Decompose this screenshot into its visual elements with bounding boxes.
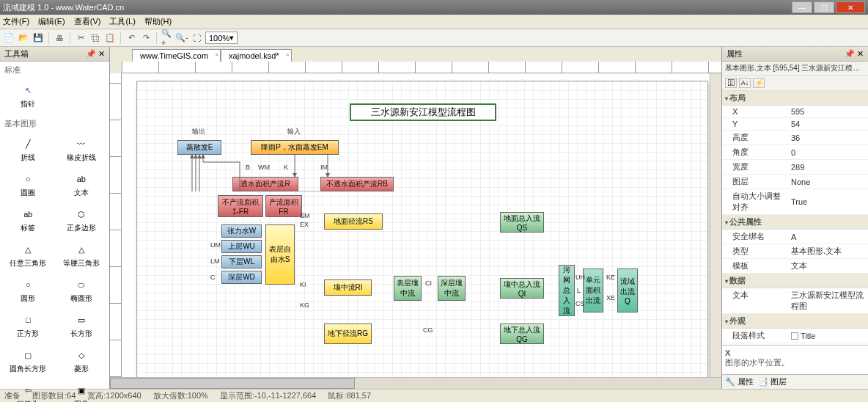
diagram-title[interactable]: 三水源新安江模型流程图 [350,103,496,121]
node-deep[interactable]: 深层WD [221,271,262,284]
tab-properties[interactable]: 🔧 属性 [725,376,754,387]
tool-item[interactable]: □正方形 [3,310,54,342]
properties-tabs: 🔧 属性 📑 图层 [722,374,868,389]
redo-icon[interactable]: ↷ [140,32,152,44]
zoom-combo[interactable]: 100% ▾ [205,32,238,44]
copy-icon[interactable]: ⿻ [89,32,101,44]
menu-help[interactable]: 帮助(H) [144,16,172,27]
label-output: 输出 [192,127,205,136]
node-imperv[interactable]: 不透水面积产流RB [320,177,394,191]
zoomin-icon[interactable]: 🔍+ [161,32,173,44]
properties-body: 布局 X595 Y54 高度36 角度0 宽度289 图层None 自动大小调整… [722,91,868,345]
prop-row[interactable]: 文本三水源新安江模型流程图 [722,288,868,314]
canvas[interactable]: 三水源新安江模型流程图 输出 输入 蒸散发E 降雨P，水面蒸发EM 透水面积产流… [122,73,710,377]
prop-row[interactable]: 角度0 [722,145,868,160]
node-dint[interactable]: 深层壤中流 [438,276,466,301]
prop-row[interactable]: 类型基本图形.文本 [722,244,868,259]
prop-row[interactable]: 模板文本 [722,259,868,274]
tool-item[interactable]: △等腰三角形 [56,239,107,271]
tab-timegis[interactable]: www.TimeGIS.com× [132,49,221,62]
tool-item[interactable]: △任意三角形 [3,239,54,271]
prop-row[interactable]: 图层None [722,175,868,189]
tool-pointer[interactable]: ↖指针 [3,80,54,112]
scrollbar-vertical[interactable] [710,73,721,377]
save-icon[interactable]: 💾 [32,32,44,44]
status-shapes: 图形数目:64 [32,390,76,401]
status-range: 显示范围:-10,-11-1227,664 [220,390,316,401]
prop-cat-appearance[interactable]: 外观 [722,314,868,329]
tool-item[interactable]: 〰橡皮折线 [56,134,107,166]
node-freewater[interactable]: 表层自由水S [265,224,295,285]
node-interri[interactable]: 壤中流RI [324,279,372,296]
fit-icon[interactable]: ⛶ [191,32,202,44]
close-button[interactable]: ✕ [836,1,865,13]
node-tension[interactable]: 张力水W [221,224,262,238]
close-icon[interactable]: × [286,51,290,58]
node-noflow[interactable]: 不产流面积1-FR [218,195,263,217]
node-undergrg[interactable]: 地下径流RG [324,324,372,344]
tool-item[interactable]: ○圆圈 [3,169,54,201]
prop-row[interactable]: 宽度289 [722,160,868,175]
menu-file[interactable]: 文件(F) [3,16,29,27]
toolbox-section-basic: 基本图形 [0,115,109,131]
pin-icon[interactable]: 📌 ✕ [845,49,864,59]
cut-icon[interactable]: ✂ [75,32,87,44]
prop-row[interactable]: 高度36 [722,131,868,145]
scrollbar-horizontal[interactable] [110,377,721,389]
menu-edit[interactable]: 编辑(E) [38,16,65,27]
node-upper[interactable]: 上层WU [221,240,262,253]
new-icon[interactable]: 📄 [3,32,15,44]
node-qi[interactable]: 壤中总入流QI [500,278,544,299]
prop-row[interactable]: X595 [722,106,868,118]
node-lower[interactable]: 下层WL [221,255,262,268]
open-icon[interactable]: 📂 [18,32,29,44]
node-surfrs[interactable]: 地面径流RS [324,213,383,230]
maximize-button[interactable]: ☐ [814,1,834,13]
node-evap[interactable]: 蒸散发E [177,140,221,155]
tool-item[interactable]: ╱折线 [3,134,54,166]
menu-view[interactable]: 查看(V) [74,16,101,27]
diagram-page[interactable]: 三水源新安江模型流程图 输出 输入 蒸散发E 降雨P，水面蒸发EM 透水面积产流… [136,81,708,377]
properties-subtitle: 基本图形.文本 [595,54] 三水源新安江模… [722,62,868,76]
node-perv[interactable]: 透水面积产流R [232,177,298,191]
paste-icon[interactable]: 📋 [104,32,116,44]
prop-row[interactable]: 安全绑名A [722,230,868,244]
tool-item[interactable]: ▭长方形 [56,310,107,342]
toolbox-panel: 工具箱📌 ✕ 标准 ↖指针 基本图形 ╱折线〰橡皮折线○圆圈ab文本ab标签⬡正… [0,47,110,389]
prop-row[interactable]: 段落样式Title [722,329,868,343]
tab-layers[interactable]: 📑 图层 [758,376,787,387]
print-icon[interactable]: 🖶 [54,32,65,44]
sort-icon[interactable]: ⿲ [725,78,737,88]
node-qs[interactable]: 地面总入流QS [500,212,544,233]
tool-item[interactable]: ⬭椭圆形 [56,274,107,307]
node-unit[interactable]: 单元面积出流 [583,268,603,313]
prop-row[interactable]: 自动大小调整对齐True [722,189,868,215]
tool-item[interactable]: ab文本 [56,169,107,201]
node-qg[interactable]: 地下总入流QG [500,324,544,344]
prop-row[interactable]: Y54 [722,118,868,131]
pin-icon[interactable]: 📌 ✕ [86,49,105,59]
window-title: 流域建模 1.0 - www.WaterCAD.cn [3,2,792,13]
close-icon[interactable]: × [215,51,218,58]
tab-xajmodel[interactable]: xajmodel.ksd*× [221,49,291,62]
node-rain[interactable]: 降雨P，水面蒸发EM [251,140,339,155]
node-sint[interactable]: 表层壤中流 [394,276,422,301]
prop-cat-data[interactable]: 数据 [722,274,868,288]
undo-icon[interactable]: ↶ [125,32,137,44]
minimize-button[interactable]: — [792,1,812,13]
tool-item[interactable]: ○圆形 [3,274,54,307]
tool-item[interactable]: ⬡正多边形 [56,204,107,236]
node-flow[interactable]: 产流面积FR [265,195,302,217]
zoomout-icon[interactable]: 🔍- [176,32,188,44]
prop-cat-layout[interactable]: 布局 [722,91,868,106]
tool-item[interactable]: ◇菱形 [56,345,107,377]
node-out[interactable]: 流域出流Q [617,268,638,313]
tool-item[interactable]: ▢圆角长方形 [3,345,54,377]
az-icon[interactable]: A↓ [739,78,751,88]
tool-item[interactable]: ab标签 [3,204,54,236]
filter-icon[interactable]: ⚡ [753,78,765,88]
menu-tools[interactable]: 工具(L) [109,16,135,27]
node-river[interactable]: 河网总入流 [559,265,575,316]
prop-cat-common[interactable]: 公共属性 [722,215,868,230]
status-ready: 准备 [4,390,21,401]
